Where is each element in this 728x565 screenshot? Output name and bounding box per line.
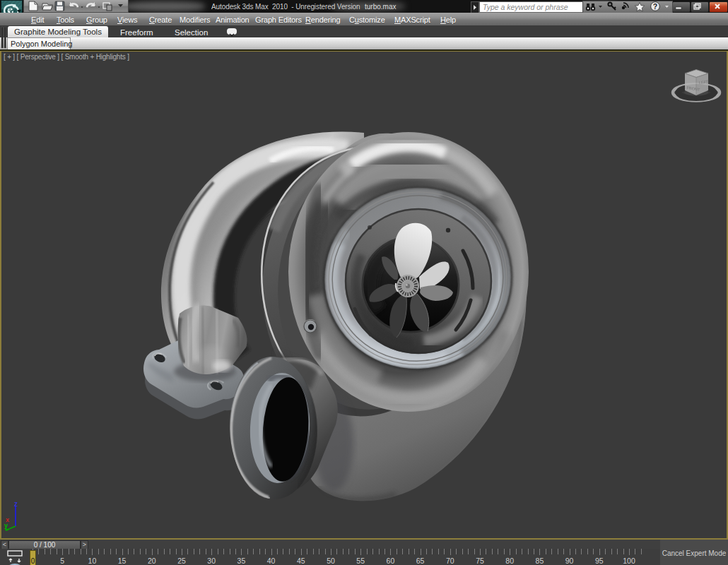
svg-text:?: ? (653, 2, 657, 11)
svg-text:z: z (14, 500, 18, 508)
svg-text:x: x (6, 516, 9, 523)
